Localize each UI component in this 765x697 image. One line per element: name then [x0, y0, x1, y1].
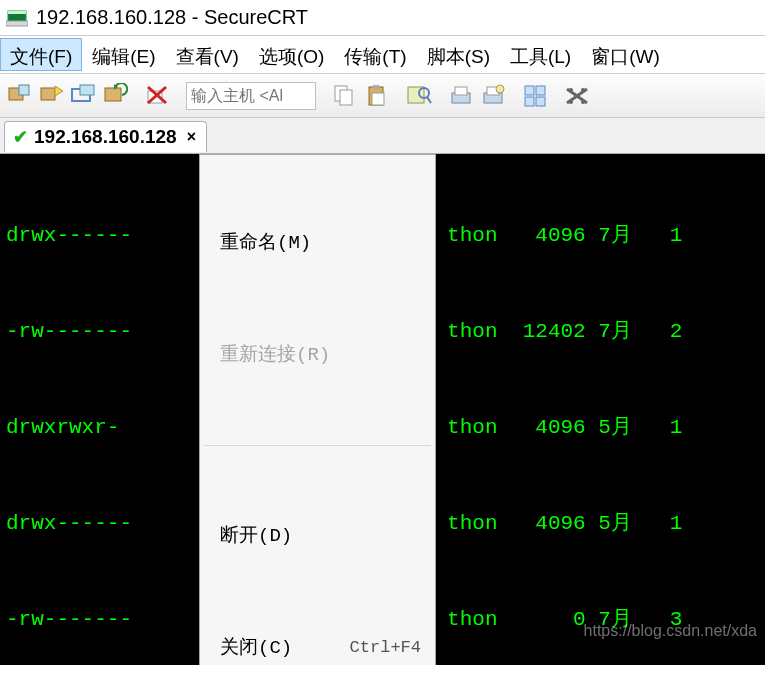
print-icon[interactable]	[448, 83, 474, 109]
tab-label: 192.168.160.128	[34, 126, 177, 148]
host-input[interactable]	[186, 82, 316, 110]
svg-rect-2	[6, 21, 28, 26]
find-icon[interactable]	[406, 83, 432, 109]
menu-view[interactable]: 查看(V)	[166, 38, 249, 71]
copy-icon[interactable]	[332, 83, 358, 109]
tab-context-menu: 重命名(M) 重新连接(R) 断开(D) 关闭(C)Ctrl+F4 锁定会话(K…	[199, 154, 436, 665]
svg-point-35	[569, 100, 573, 104]
connect-icon[interactable]	[6, 83, 32, 109]
svg-rect-8	[80, 85, 94, 95]
svg-rect-5	[41, 88, 55, 100]
svg-marker-6	[55, 86, 63, 96]
session-tab[interactable]: ✔ 192.168.160.128 ×	[4, 121, 207, 152]
menu-bar: 文件(F) 编辑(E) 查看(V) 选项(O) 传输(T) 脚本(S) 工具(L…	[0, 36, 765, 74]
svg-rect-1	[8, 11, 26, 14]
cm-close-shortcut: Ctrl+F4	[350, 632, 421, 664]
menu-options[interactable]: 选项(O)	[249, 38, 334, 71]
connect-bar-icon[interactable]	[70, 83, 96, 109]
window-title: 192.168.160.128 - SecureCRT	[36, 6, 308, 29]
svg-rect-15	[340, 90, 352, 105]
svg-rect-30	[536, 97, 545, 106]
menu-edit[interactable]: 编辑(E)	[82, 38, 165, 71]
tile-icon[interactable]	[522, 83, 548, 109]
svg-rect-29	[525, 97, 534, 106]
quick-connect-icon[interactable]	[38, 83, 64, 109]
cm-close[interactable]: 关闭(C)Ctrl+F4	[200, 624, 435, 665]
svg-rect-17	[373, 85, 379, 89]
title-bar: 192.168.160.128 - SecureCRT	[0, 0, 765, 36]
svg-point-33	[569, 88, 573, 92]
menu-file[interactable]: 文件(F)	[0, 38, 82, 71]
svg-point-26	[496, 85, 504, 93]
svg-rect-9	[105, 88, 121, 101]
menu-tools[interactable]: 工具(L)	[500, 38, 581, 71]
connected-check-icon: ✔	[13, 126, 28, 148]
svg-point-34	[581, 88, 585, 92]
cm-rename[interactable]: 重命名(M)	[200, 219, 435, 267]
disconnect-icon[interactable]	[144, 83, 170, 109]
print-screen-icon[interactable]	[480, 83, 506, 109]
svg-rect-23	[455, 87, 467, 95]
tab-close-icon[interactable]: ×	[187, 128, 196, 146]
svg-rect-28	[536, 86, 545, 95]
cm-reconnect: 重新连接(R)	[200, 331, 435, 379]
svg-line-21	[427, 97, 431, 103]
terminal-area[interactable]: drwx------ thon 4096 7月 1 -rw------- tho…	[0, 154, 765, 665]
app-icon	[6, 7, 28, 29]
paste-icon[interactable]	[364, 83, 390, 109]
cm-disconnect[interactable]: 断开(D)	[200, 512, 435, 560]
menu-script[interactable]: 脚本(S)	[417, 38, 500, 71]
tab-strip: ✔ 192.168.160.128 ×	[0, 118, 765, 154]
menu-window[interactable]: 窗口(W)	[581, 38, 670, 71]
menu-transfer[interactable]: 传输(T)	[334, 38, 416, 71]
svg-point-36	[581, 100, 585, 104]
toolbar	[0, 74, 765, 118]
cm-separator	[204, 445, 431, 446]
svg-rect-18	[372, 93, 384, 105]
svg-rect-4	[19, 85, 29, 95]
svg-rect-27	[525, 86, 534, 95]
settings-icon[interactable]	[564, 83, 590, 109]
reconnect-icon[interactable]	[102, 83, 128, 109]
